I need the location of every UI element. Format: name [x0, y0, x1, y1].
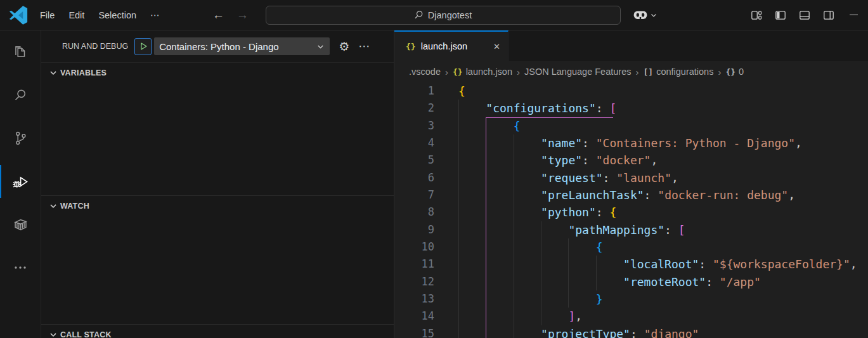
call-stack-section: CALL STACK: [41, 324, 394, 338]
code-line-text[interactable]: "name": "Containers: Python - Django",: [434, 134, 868, 152]
copilot-menu[interactable]: [632, 7, 657, 23]
more-actions-icon[interactable]: ⋯: [358, 41, 370, 52]
indent-guide: [514, 221, 514, 238]
activity-item-containers[interactable]: [0, 203, 41, 246]
breadcrumb-label: .vscode: [409, 67, 441, 77]
code-line-2[interactable]: 2 "configurations": [: [394, 100, 868, 117]
menu-item-file[interactable]: File: [33, 7, 62, 23]
code-line-13[interactable]: 13 }: [394, 290, 868, 308]
tab-label: launch.json: [421, 41, 488, 51]
line-number[interactable]: 1: [394, 82, 434, 100]
code-line-text[interactable]: "type": "docker",: [434, 152, 868, 169]
code-line-text[interactable]: "projectType": "django": [434, 325, 868, 338]
code-line-text[interactable]: }: [434, 290, 868, 308]
breadcrumb-item[interactable]: {}0: [725, 67, 744, 77]
line-number[interactable]: 8: [394, 204, 434, 221]
back-arrow-icon[interactable]: ←: [211, 8, 226, 22]
title-bar: FileEditSelection⋯ ← → Djangotest: [0, 0, 868, 30]
line-number[interactable]: 4: [394, 134, 434, 152]
toggle-secondary-sidebar-icon[interactable]: [823, 10, 834, 21]
indent-guide: [541, 256, 541, 273]
code-line-text[interactable]: {: [434, 238, 868, 256]
code-line-8[interactable]: 8 "python": {: [394, 204, 868, 221]
line-number[interactable]: 2: [394, 100, 434, 117]
code-line-3[interactable]: 3 {: [394, 117, 868, 134]
activity-item-explorer[interactable]: [0, 30, 41, 74]
breadcrumb-item[interactable]: .vscode: [409, 67, 441, 77]
indent-guide: [458, 152, 459, 169]
menu-item-more[interactable]: ⋯: [143, 7, 167, 23]
code-line-text[interactable]: "pathMappings": [: [434, 221, 868, 238]
code-line-text[interactable]: "preLaunchTask": "docker-run: debug",: [434, 186, 868, 204]
command-center-search[interactable]: Djangotest: [266, 6, 621, 25]
code-line-10[interactable]: 10 {: [394, 238, 868, 256]
forward-arrow-icon[interactable]: →: [235, 8, 250, 22]
code-line-7[interactable]: 7 "preLaunchTask": "docker-run: debug",: [394, 186, 868, 204]
debug-toolbar: RUN AND DEBUG Containers: Python - Djang…: [41, 30, 394, 62]
activity-item-more[interactable]: [0, 246, 41, 289]
code-line-text[interactable]: ],: [434, 308, 868, 325]
customize-layout-icon[interactable]: [751, 10, 762, 21]
watch-section-label: WATCH: [60, 202, 89, 211]
code-line-12[interactable]: 12 "remoteRoot": "/app": [394, 273, 868, 290]
toggle-primary-sidebar-icon[interactable]: [775, 10, 786, 21]
code-editor[interactable]: 1{2 "configurations": [3 {4 "name": "Con…: [394, 82, 868, 338]
line-number[interactable]: 5: [394, 152, 434, 169]
indent-guide: [541, 273, 541, 290]
code-line-6[interactable]: 6 "request": "launch",: [394, 169, 868, 186]
watch-section: WATCH: [41, 195, 394, 324]
indent-guide: [514, 290, 514, 308]
code-line-15[interactable]: 15 "projectType": "django": [394, 325, 868, 338]
call-stack-section-header[interactable]: CALL STACK: [41, 325, 394, 338]
debug-configuration-dropdown[interactable]: Containers: Python - Django: [154, 37, 330, 55]
minimize-window-icon[interactable]: [850, 15, 858, 15]
menu-item-edit[interactable]: Edit: [62, 7, 91, 23]
breadcrumb-item[interactable]: []configurations: [643, 67, 713, 77]
line-number[interactable]: 14: [394, 308, 434, 325]
tab-launch-json[interactable]: {} launch.json ✕: [394, 30, 508, 61]
line-number[interactable]: 15: [394, 325, 434, 338]
line-number[interactable]: 13: [394, 290, 434, 308]
gear-icon[interactable]: ⚙: [339, 41, 349, 53]
code-line-14[interactable]: 14 ],: [394, 308, 868, 325]
code-line-text[interactable]: "configurations": [: [434, 100, 868, 117]
line-number[interactable]: 3: [394, 117, 434, 134]
close-tab-icon[interactable]: ✕: [493, 42, 500, 51]
indent-guide: [514, 238, 514, 256]
code-line-text[interactable]: "python": {: [434, 204, 868, 221]
call-stack-section-label: CALL STACK: [60, 330, 112, 338]
layout-controls: [751, 10, 834, 21]
watch-section-header[interactable]: WATCH: [41, 196, 394, 211]
variables-section: VARIABLES: [41, 62, 394, 195]
code-line-1[interactable]: 1{: [394, 82, 868, 100]
code-line-11[interactable]: 11 "localRoot": "${workspaceFolder}",: [394, 256, 868, 273]
activity-item-source-control[interactable]: [0, 117, 41, 160]
line-number[interactable]: 7: [394, 186, 434, 204]
indent-guide: [458, 169, 459, 186]
line-number[interactable]: 9: [394, 221, 434, 238]
line-number[interactable]: 10: [394, 238, 434, 256]
code-line-text[interactable]: {: [434, 117, 868, 134]
chevron-down-icon: [49, 330, 58, 338]
code-line-4[interactable]: 4 "name": "Containers: Python - Django",: [394, 134, 868, 152]
chevron-down-icon: [49, 68, 58, 77]
activity-item-search[interactable]: [0, 74, 41, 117]
code-line-text[interactable]: {: [434, 82, 868, 100]
code-line-9[interactable]: 9 "pathMappings": [: [394, 221, 868, 238]
menu-item-selection[interactable]: Selection: [91, 7, 143, 23]
start-debug-button[interactable]: [134, 38, 152, 55]
code-line-text[interactable]: "remoteRoot": "/app": [434, 273, 868, 290]
toggle-panel-icon[interactable]: [799, 10, 810, 21]
breadcrumb-item[interactable]: {}launch.json: [453, 67, 512, 77]
activity-item-run-and-debug[interactable]: [0, 160, 41, 203]
code-line-text[interactable]: "request": "launch",: [434, 169, 868, 186]
code-line-text[interactable]: "localRoot": "${workspaceFolder}",: [434, 256, 868, 273]
code-line-5[interactable]: 5 "type": "docker",: [394, 152, 868, 169]
breadcrumb-item[interactable]: JSON Language Features: [524, 67, 631, 77]
run-and-debug-sidebar: RUN AND DEBUG Containers: Python - Djang…: [41, 30, 394, 338]
indent-guide: [514, 186, 514, 204]
variables-section-header[interactable]: VARIABLES: [41, 63, 394, 77]
line-number[interactable]: 12: [394, 273, 434, 290]
line-number[interactable]: 11: [394, 256, 434, 273]
line-number[interactable]: 6: [394, 169, 434, 186]
